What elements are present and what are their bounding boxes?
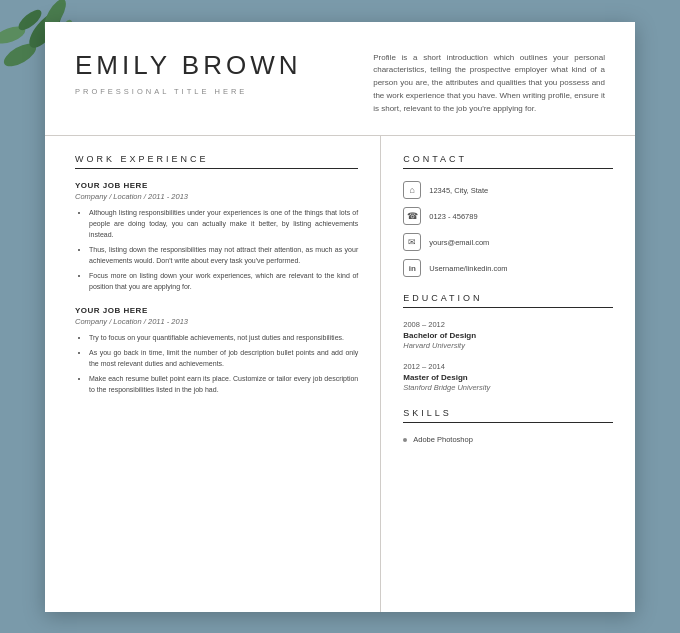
bullet-2-1: Try to focus on your quantifiable achiev… [89,333,358,344]
contact-linkedin: in Username/linkedin.com [403,259,613,277]
resume-card: EMILY BROWN PROFESSIONAL TITLE HERE Prof… [45,22,635,612]
left-column: WORK EXPERIENCE YOUR JOB HERE Company / … [45,136,381,611]
contact-phone: ☎ 0123 - 456789 [403,207,613,225]
job-subtitle-2: Company / Location / 2011 - 2013 [75,317,358,326]
edu-school-1: Harvard University [403,341,613,350]
linkedin-icon: in [403,259,421,277]
contact-address: ⌂ 12345, City, State [403,181,613,199]
contact-title: CONTACT [403,154,613,169]
skills-title: SKILLS [403,408,613,423]
edu-degree-1: Bachelor of Design [403,331,613,340]
work-experience-title: WORK EXPERIENCE [75,154,358,169]
contact-phone-text: 0123 - 456789 [429,212,477,221]
contact-linkedin-text: Username/linkedin.com [429,264,507,273]
job-bullets-1: Although listing responsibilities under … [75,208,358,292]
profile-text: Profile is a short introduction which ou… [373,50,605,116]
edu-degree-2: Master of Design [403,373,613,382]
bullet-1-1: Although listing responsibilities under … [89,208,358,241]
header-left: EMILY BROWN PROFESSIONAL TITLE HERE [75,50,353,116]
bullet-2-3: Make each resume bullet point earn its p… [89,374,358,396]
job-title-1: YOUR JOB HERE [75,181,358,190]
edu-year-2: 2012 – 2014 [403,362,613,371]
right-column: CONTACT ⌂ 12345, City, State ☎ 0123 - 45… [381,136,635,611]
edu-school-2: Stanford Bridge University [403,383,613,392]
bullet-2-2: As you go back in time, limit the number… [89,348,358,370]
page-background: EMILY BROWN PROFESSIONAL TITLE HERE Prof… [0,0,680,633]
contact-email-text: yours@email.com [429,238,489,247]
phone-icon: ☎ [403,207,421,225]
job-bullets-2: Try to focus on your quantifiable achiev… [75,333,358,395]
edu-item-1: 2008 – 2012 Bachelor of Design Harvard U… [403,320,613,350]
main-content: WORK EXPERIENCE YOUR JOB HERE Company / … [45,136,635,611]
bullet-1-2: Thus, listing down the responsibilities … [89,245,358,267]
skill-text-1: Adobe Photoshop [413,435,473,444]
header-section: EMILY BROWN PROFESSIONAL TITLE HERE Prof… [45,22,635,137]
edu-year-1: 2008 – 2012 [403,320,613,329]
job-subtitle-1: Company / Location / 2011 - 2013 [75,192,358,201]
education-section: EDUCATION 2008 – 2012 Bachelor of Design… [403,293,613,392]
skills-section: SKILLS Adobe Photoshop [403,408,613,444]
contact-email: ✉ yours@email.com [403,233,613,251]
edu-item-2: 2012 – 2014 Master of Design Stanford Br… [403,362,613,392]
contact-address-text: 12345, City, State [429,186,488,195]
bullet-1-3: Focus more on listing down your work exp… [89,271,358,293]
job-title-2: YOUR JOB HERE [75,306,358,315]
skill-item-1: Adobe Photoshop [403,435,613,444]
home-icon: ⌂ [403,181,421,199]
candidate-name: EMILY BROWN [75,50,353,81]
candidate-title: PROFESSIONAL TITLE HERE [75,87,353,96]
education-title: EDUCATION [403,293,613,308]
skill-bullet-icon [403,438,407,442]
email-icon: ✉ [403,233,421,251]
